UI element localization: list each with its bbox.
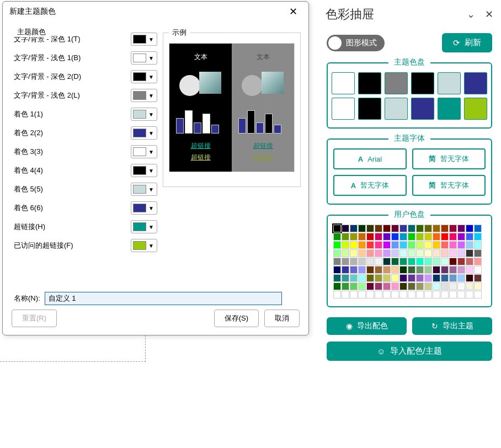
user-swatch[interactable]: [466, 274, 473, 282]
user-swatch[interactable]: [399, 291, 407, 298]
user-swatch[interactable]: [358, 291, 366, 298]
font-button-0[interactable]: A Arial: [333, 148, 407, 169]
drawer-close-icon[interactable]: ✕: [485, 8, 493, 20]
theme-swatch-1[interactable]: [358, 72, 381, 94]
user-swatch[interactable]: [466, 258, 473, 265]
user-swatch[interactable]: [333, 258, 341, 265]
user-swatch[interactable]: [466, 241, 473, 249]
user-swatch[interactable]: [424, 225, 432, 232]
user-swatch[interactable]: [424, 258, 432, 265]
user-swatch[interactable]: [416, 241, 424, 249]
user-swatch[interactable]: [408, 233, 415, 241]
user-swatch[interactable]: [375, 274, 382, 282]
user-swatch[interactable]: [457, 282, 465, 290]
color-picker-button[interactable]: ▼: [131, 220, 157, 233]
user-swatch[interactable]: [375, 233, 382, 241]
theme-swatch-8[interactable]: [385, 98, 408, 120]
user-swatch[interactable]: [358, 258, 366, 265]
user-swatch[interactable]: [375, 249, 382, 257]
user-swatch[interactable]: [358, 249, 366, 257]
user-swatch[interactable]: [416, 291, 424, 298]
user-swatch[interactable]: [350, 241, 358, 249]
user-swatch[interactable]: [474, 282, 482, 290]
user-swatch[interactable]: [333, 282, 341, 290]
user-swatch[interactable]: [366, 266, 374, 274]
user-swatch[interactable]: [375, 291, 382, 298]
user-swatch[interactable]: [466, 291, 473, 298]
user-swatch[interactable]: [441, 258, 449, 265]
user-swatch[interactable]: [383, 225, 391, 232]
user-swatch[interactable]: [449, 249, 457, 257]
user-swatch[interactable]: [474, 291, 482, 298]
user-swatch[interactable]: [399, 249, 407, 257]
import-scheme-button[interactable]: ☺ 导入配色/主题: [327, 342, 492, 361]
user-swatch[interactable]: [375, 266, 382, 274]
user-swatch[interactable]: [433, 291, 440, 298]
user-swatch[interactable]: [399, 282, 407, 290]
user-swatch[interactable]: [383, 249, 391, 257]
theme-swatch-2[interactable]: [385, 72, 408, 94]
theme-swatch-6[interactable]: [332, 98, 355, 120]
user-swatch[interactable]: [449, 266, 457, 274]
user-swatch[interactable]: [449, 258, 457, 265]
color-picker-button[interactable]: ▼: [131, 126, 157, 140]
color-picker-button[interactable]: ▼: [131, 70, 157, 83]
user-swatch[interactable]: [474, 241, 482, 249]
user-swatch[interactable]: [399, 233, 407, 241]
user-swatch[interactable]: [457, 258, 465, 265]
user-swatch[interactable]: [350, 249, 358, 257]
user-swatch[interactable]: [433, 282, 440, 290]
user-swatch[interactable]: [399, 225, 407, 232]
user-swatch[interactable]: [366, 258, 374, 265]
user-swatch[interactable]: [342, 241, 349, 249]
user-swatch[interactable]: [391, 274, 399, 282]
user-swatch[interactable]: [416, 266, 424, 274]
user-swatch[interactable]: [457, 241, 465, 249]
theme-swatch-9[interactable]: [411, 98, 434, 120]
color-picker-button[interactable]: ▼: [131, 239, 157, 252]
user-swatch[interactable]: [466, 233, 473, 241]
user-swatch[interactable]: [375, 282, 382, 290]
user-swatch[interactable]: [457, 249, 465, 257]
user-swatch[interactable]: [441, 282, 449, 290]
user-swatch[interactable]: [457, 225, 465, 232]
name-input[interactable]: [45, 292, 282, 305]
user-swatch[interactable]: [424, 266, 432, 274]
user-swatch[interactable]: [433, 241, 440, 249]
user-swatch[interactable]: [424, 282, 432, 290]
user-swatch[interactable]: [466, 266, 473, 274]
user-swatch[interactable]: [474, 266, 482, 274]
theme-swatch-11[interactable]: [464, 98, 487, 120]
user-swatch[interactable]: [408, 225, 415, 232]
user-swatch[interactable]: [391, 266, 399, 274]
font-button-2[interactable]: A 暂无字体: [333, 175, 407, 196]
user-swatch[interactable]: [342, 274, 349, 282]
user-swatch[interactable]: [350, 274, 358, 282]
user-swatch[interactable]: [333, 266, 341, 274]
export-scheme-button[interactable]: ◉ 导出配色: [327, 317, 407, 335]
theme-swatch-4[interactable]: [438, 72, 461, 94]
user-swatch[interactable]: [433, 266, 440, 274]
user-swatch[interactable]: [441, 266, 449, 274]
user-swatch[interactable]: [383, 291, 391, 298]
user-swatch[interactable]: [408, 274, 415, 282]
user-swatch[interactable]: [441, 225, 449, 232]
user-swatch[interactable]: [441, 233, 449, 241]
user-swatch[interactable]: [441, 241, 449, 249]
user-swatch[interactable]: [449, 291, 457, 298]
user-swatch[interactable]: [366, 274, 374, 282]
user-swatch[interactable]: [391, 282, 399, 290]
user-swatch[interactable]: [333, 291, 341, 298]
user-swatch[interactable]: [350, 282, 358, 290]
user-swatch[interactable]: [424, 291, 432, 298]
user-swatch[interactable]: [433, 249, 440, 257]
user-swatch[interactable]: [366, 225, 374, 232]
user-swatch[interactable]: [408, 282, 415, 290]
user-swatch[interactable]: [441, 274, 449, 282]
user-swatch[interactable]: [358, 282, 366, 290]
user-swatch[interactable]: [416, 225, 424, 232]
user-swatch[interactable]: [366, 233, 374, 241]
user-swatch[interactable]: [383, 266, 391, 274]
user-swatch[interactable]: [391, 291, 399, 298]
user-swatch[interactable]: [350, 291, 358, 298]
